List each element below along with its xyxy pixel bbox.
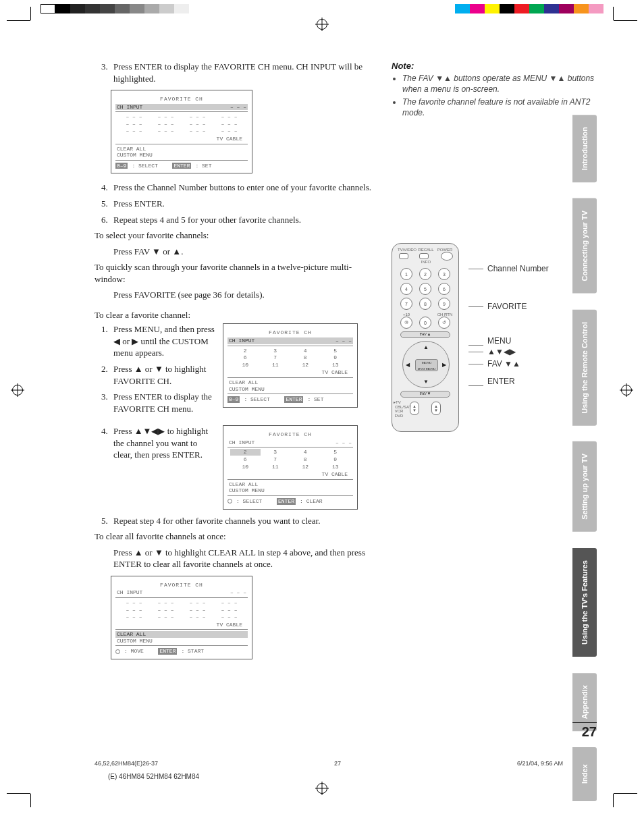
- print-swatches-right: [455, 4, 603, 13]
- tab-features: Using the TV's Features: [572, 548, 597, 657]
- page-number: 27: [572, 722, 597, 740]
- section-tabs: Introduction Connecting your TV Using th…: [572, 115, 597, 801]
- label-arrows: ▲▼◀▶: [487, 347, 516, 356]
- clear-step-5: Repeat step 4 for other favorite channel…: [113, 516, 320, 526]
- clear-heading: To clear a favorite channel:: [95, 309, 371, 321]
- footer-date: 6/21/04, 9:56 AM: [517, 760, 563, 767]
- tab-remote: Using the Remote Control: [572, 310, 597, 426]
- step-3: Press ENTER to display the FAVORITE CH m…: [113, 61, 363, 84]
- model-numbers: (E) 46HM84 52HM84 62HM84: [108, 773, 199, 780]
- note-item-2: The favorite channel feature is not avai…: [402, 97, 597, 118]
- label-fav-updown: FAV ▼▲: [487, 359, 520, 369]
- label-menu: MENU: [487, 336, 511, 346]
- clear-step-1: Press MENU, and then press ◀ or ▶ until …: [113, 324, 215, 358]
- label-favorite: FAVORITE: [487, 302, 527, 311]
- clear-all-heading: To clear all favorite channels at once:: [95, 531, 371, 543]
- label-channel-number: Channel Number: [487, 264, 549, 273]
- note-title: Note:: [392, 61, 597, 71]
- osd-favorite-clear-one: FAVORITE CH CH INPUT– – – 2345 6789 1011…: [223, 425, 358, 509]
- remote-diagram: TV/VIDEO RECALL POWER INFO 1 2 3 4 5 6 7…: [392, 243, 549, 432]
- osd-favorite-empty: FAVORITE CH CH INPUT– – – – – –– – –– – …: [111, 90, 252, 173]
- tab-connecting: Connecting your TV: [572, 198, 597, 294]
- step-5: Press ENTER.: [113, 198, 165, 209]
- step-6: Repeat steps 4 and 5 for your other favo…: [113, 215, 301, 225]
- clear-all-body: Press ▲ or ▼ to highlight CLEAR ALL in s…: [95, 547, 371, 570]
- tab-setting-up: Setting up your TV: [572, 441, 597, 532]
- press-favorite: Press FAVORITE (see page 36 for details)…: [95, 289, 371, 301]
- tab-introduction: Introduction: [572, 115, 597, 182]
- footer-file: 46,52,62HM84(E)26-37: [95, 760, 158, 767]
- press-fav: Press FAV ▼ or ▲.: [95, 246, 371, 258]
- note-item-1: The FAV ▼▲ buttons operate as MENU ▼▲ bu…: [402, 74, 597, 94]
- print-swatches-left: [41, 4, 189, 13]
- clear-step-4: Press ▲▼◀▶ to highlight the channel you …: [113, 426, 208, 460]
- footer-page: 27: [334, 760, 341, 767]
- osd-favorite-filled: FAVORITE CH CH INPUT– – – 2345 6789 1011…: [223, 323, 358, 407]
- label-enter: ENTER: [487, 377, 515, 386]
- scan-intro: To quickly scan through your favorite ch…: [95, 261, 371, 285]
- print-footer: 46,52,62HM84(E)26-37 27 6/21/04, 9:56 AM: [95, 760, 597, 767]
- tab-index: Index: [572, 747, 597, 801]
- note-box: Note: The FAV ▼▲ buttons operate as MENU…: [392, 61, 597, 118]
- step-4: Press the Channel Number buttons to ente…: [113, 182, 371, 192]
- select-heading: To select your favorite channels:: [95, 229, 371, 242]
- clear-step-2: Press ▲ or ▼ to highlight FAVORITE CH.: [113, 364, 206, 386]
- clear-step-3: Press ENTER to display the FAVORITE CH m…: [113, 391, 212, 414]
- main-content: 3.Press ENTER to display the FAVORITE CH…: [95, 61, 371, 668]
- osd-favorite-clear-all: FAVORITE CH CH INPUT– – – – – –– – –– – …: [111, 576, 252, 659]
